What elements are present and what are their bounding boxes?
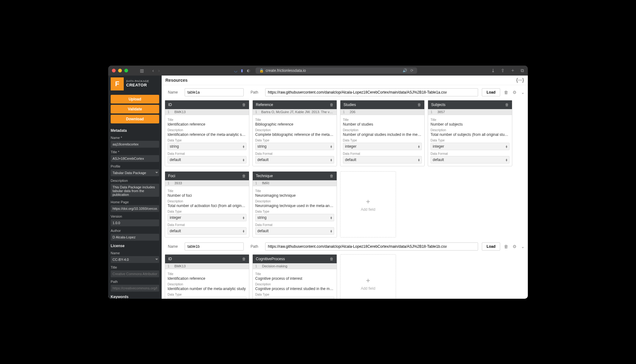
chevron-updown-icon: ▴▾ bbox=[418, 158, 420, 161]
url-bar[interactable]: 🔒 create.frictionlessdata.io 🔊 ⟳ bbox=[256, 67, 417, 74]
trash-icon[interactable]: 🗑 bbox=[330, 174, 334, 178]
pocket-icon[interactable]: ◡ bbox=[234, 68, 237, 73]
homepage-input[interactable] bbox=[111, 205, 159, 212]
upload-button[interactable]: Upload bbox=[111, 95, 159, 104]
download-button[interactable]: Download bbox=[111, 115, 159, 123]
minimize-window-button[interactable] bbox=[118, 69, 122, 72]
description-value[interactable]: Neuroimaging technique used in the meta-… bbox=[255, 204, 334, 208]
chevron-down-icon[interactable]: ⌄ bbox=[521, 244, 525, 249]
download-icon[interactable]: ⤓ bbox=[491, 68, 495, 73]
trash-icon[interactable]: 🗑 bbox=[505, 103, 509, 107]
title-value[interactable]: Cognitive process of interest bbox=[255, 276, 334, 281]
title-value[interactable]: Number of foci bbox=[168, 193, 247, 198]
title-value[interactable]: Number of studies bbox=[343, 122, 422, 127]
json-view-icon[interactable]: {···} bbox=[516, 77, 524, 83]
resource-path-input[interactable] bbox=[265, 88, 478, 96]
license-title-input[interactable] bbox=[111, 270, 159, 277]
data-format-select[interactable]: default▴▾ bbox=[255, 227, 334, 235]
metadata-header: Metadata bbox=[108, 126, 162, 134]
forward-button[interactable]: › bbox=[158, 68, 160, 73]
license-name-select[interactable]: CC-BY-4.0 bbox=[111, 256, 159, 263]
title-value[interactable]: Bibliographic reference bbox=[255, 122, 334, 127]
description-label: Description bbox=[168, 200, 247, 203]
data-type-select[interactable]: string▴▾ bbox=[255, 214, 334, 221]
resource-name-input[interactable] bbox=[185, 242, 244, 251]
gear-icon[interactable]: ⚙ bbox=[513, 90, 517, 95]
data-type-label: Data Type bbox=[255, 139, 334, 142]
profile-select[interactable]: Tabular Data Package bbox=[111, 169, 159, 176]
title-value[interactable]: Identification reference bbox=[168, 122, 247, 127]
trash-icon[interactable]: 🗑 bbox=[330, 257, 334, 261]
reload-icon[interactable]: ⟳ bbox=[410, 68, 413, 73]
trash-icon[interactable]: 🗑 bbox=[504, 244, 508, 249]
load-button[interactable]: Load bbox=[482, 88, 500, 96]
extension-icon[interactable]: ▮ bbox=[241, 68, 243, 73]
validate-button[interactable]: Validate bbox=[111, 105, 159, 113]
maximize-window-button[interactable] bbox=[124, 69, 128, 72]
tabs-icon[interactable]: ⧉ bbox=[521, 68, 524, 73]
sample-value: BMK13 bbox=[174, 264, 186, 268]
shield-icon[interactable]: ◐ bbox=[247, 68, 250, 73]
field-name: Technique bbox=[256, 174, 273, 178]
data-format-select[interactable]: default▴▾ bbox=[168, 227, 247, 235]
back-button[interactable]: ‹ bbox=[152, 68, 154, 73]
data-format-select[interactable]: default▴▾ bbox=[255, 156, 334, 164]
description-label: Description bbox=[168, 128, 247, 132]
main-header: Resources bbox=[165, 78, 188, 83]
add-field-button[interactable]: ＋ Add field bbox=[340, 171, 396, 237]
title-value[interactable]: Number of subjects bbox=[431, 122, 509, 127]
trash-icon[interactable]: 🗑 bbox=[242, 257, 246, 261]
data-type-select[interactable]: integer▴▾ bbox=[343, 143, 422, 150]
title-input[interactable] bbox=[111, 155, 159, 162]
license-name-label: Name bbox=[108, 249, 162, 256]
title-value[interactable]: Neuroimaging technique bbox=[255, 193, 334, 198]
resource-path-label: Path bbox=[247, 90, 261, 94]
data-type-select[interactable]: string▴▾ bbox=[168, 297, 247, 299]
data-type-select[interactable]: string▴▾ bbox=[168, 143, 247, 150]
close-window-button[interactable] bbox=[112, 69, 116, 72]
license-path-input[interactable] bbox=[111, 285, 159, 292]
name-input[interactable] bbox=[111, 141, 159, 148]
data-type-select[interactable]: integer▴▾ bbox=[168, 214, 247, 221]
trash-icon[interactable]: 🗑 bbox=[504, 90, 508, 95]
data-type-select[interactable]: integer▴▾ bbox=[431, 143, 509, 150]
description-value[interactable]: Total number of activation foci (from al… bbox=[168, 204, 247, 208]
data-format-select[interactable]: default▴▾ bbox=[343, 156, 422, 164]
trash-icon[interactable]: 🗑 bbox=[330, 103, 334, 107]
description-value[interactable]: Identification number of the meta-analyt… bbox=[168, 287, 247, 291]
new-tab-icon[interactable]: ＋ bbox=[510, 67, 515, 73]
main: Resources {···} Name Path Load 🗑 ⚙ ⌄ ID … bbox=[162, 76, 528, 299]
trash-icon[interactable]: 🗑 bbox=[417, 103, 421, 107]
sidebar-toggle-icon[interactable]: ▥ bbox=[139, 68, 144, 73]
sample-index: 1 bbox=[255, 264, 259, 268]
audio-icon[interactable]: 🔊 bbox=[403, 68, 407, 73]
chevron-updown-icon: ▴▾ bbox=[506, 158, 507, 161]
add-field-button[interactable]: ＋ Add field bbox=[340, 254, 396, 299]
description-value[interactable]: Cognitive process of interest studied in… bbox=[255, 287, 334, 291]
data-type-select[interactable]: string▴▾ bbox=[255, 143, 334, 150]
sample-index: 1 bbox=[168, 264, 171, 268]
share-icon[interactable]: ⇪ bbox=[501, 68, 505, 73]
description-value[interactable]: Identification reference of the meta-ana… bbox=[168, 132, 247, 137]
field-card: CognitiveProcess 🗑 1 Decision-making Tit… bbox=[252, 254, 337, 299]
description-value[interactable]: Complete bibliographic reference of the … bbox=[255, 132, 334, 137]
description-input[interactable]: This Data Package includes tabular data … bbox=[111, 184, 159, 197]
data-format-select[interactable]: default▴▾ bbox=[431, 156, 509, 164]
author-input[interactable] bbox=[111, 234, 159, 241]
description-value[interactable]: Total number of subjects (from all origi… bbox=[431, 132, 509, 137]
data-format-select[interactable]: default▴▾ bbox=[168, 156, 247, 164]
gear-icon[interactable]: ⚙ bbox=[513, 244, 517, 249]
data-type-select[interactable]: string▴▾ bbox=[255, 297, 334, 299]
trash-icon[interactable]: 🗑 bbox=[242, 103, 246, 107]
resource-name-input[interactable] bbox=[185, 88, 244, 96]
chevron-down-icon[interactable]: ⌄ bbox=[521, 90, 525, 95]
sample-value: 206 bbox=[350, 110, 355, 114]
field-name: Studies bbox=[343, 103, 356, 107]
load-button[interactable]: Load bbox=[482, 242, 500, 251]
version-input[interactable] bbox=[111, 219, 159, 226]
title-value[interactable]: Identification reference bbox=[168, 276, 247, 281]
trash-icon[interactable]: 🗑 bbox=[242, 174, 246, 178]
logo: F DATA PACKAGE CREATOR bbox=[108, 76, 162, 92]
description-value[interactable]: Number of original studies included in t… bbox=[343, 132, 422, 137]
resource-path-input[interactable] bbox=[265, 242, 478, 251]
